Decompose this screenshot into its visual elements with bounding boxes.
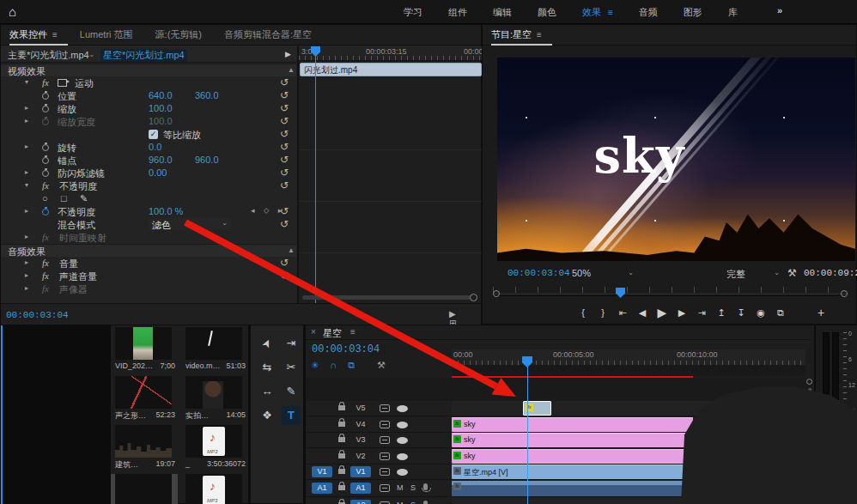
timeline-ruler[interactable]: 00:0000:00:05:0000:00:10:00 (452, 349, 805, 365)
mini-timeline-toggle-icon[interactable]: ▶ (285, 50, 291, 58)
settings-wrench-icon[interactable]: ⚒ (787, 267, 797, 279)
home-icon[interactable]: ⌂ (9, 4, 16, 19)
track-header-A2[interactable]: A2MS (306, 498, 450, 504)
param-value[interactable]: 100.0 (149, 116, 173, 126)
export-frame-button[interactable]: ◉ (756, 307, 766, 319)
reset-parameter-icon[interactable]: ↺ (280, 89, 289, 101)
reset-parameter-icon[interactable]: ↺ (280, 167, 289, 179)
zoom-level-select[interactable]: 50%⌄ (572, 268, 634, 278)
effect-row-位置[interactable]: 位置640.0360.0↺ (1, 89, 296, 102)
track-target-V2[interactable]: V2 (350, 451, 371, 462)
twirl-closed-icon[interactable]: ▸ (25, 117, 28, 124)
tab-sequence[interactable]: 星空 (323, 327, 342, 340)
sync-lock-icon[interactable] (380, 468, 390, 476)
track-header-V4[interactable]: V4 (306, 417, 450, 433)
effect-row-混合模式[interactable]: 混合模式滤色⌄↺ (1, 218, 296, 231)
voiceover-mic-icon[interactable] (423, 501, 428, 504)
lock-icon[interactable] (338, 453, 345, 458)
sequence-clip-label[interactable]: 星空*闪光划过.mp4 (100, 49, 187, 62)
collapse-caret-icon[interactable]: ▲ (288, 246, 295, 254)
playback-resolution-select[interactable]: 完整⌄ (726, 268, 780, 281)
toggle-track-output-eye-icon[interactable] (397, 422, 408, 428)
tab-Lumetri 范围[interactable]: Lumetri 范围 (80, 28, 133, 41)
tab-效果控件[interactable]: 效果控件≡ (9, 28, 58, 41)
reset-parameter-icon[interactable]: ↺ (280, 102, 289, 114)
effect-row-防闪烁滤镜[interactable]: ▸防闪烁滤镜0.00↺ (1, 167, 296, 179)
track-target-V4[interactable]: V4 (350, 419, 371, 430)
program-timecode[interactable]: 00:00:03:04 (508, 268, 570, 278)
stopwatch-icon[interactable] (42, 144, 49, 151)
solo-button[interactable]: S (410, 483, 416, 492)
param-value[interactable]: 360.0 (195, 90, 219, 100)
reset-parameter-icon[interactable]: ↺ (280, 270, 289, 282)
param-value[interactable]: 0.00 (149, 167, 167, 178)
uniform-scale-checkbox[interactable]: ✓ (149, 130, 158, 139)
param-value[interactable]: 100.0 % (149, 206, 183, 216)
project-item-实拍…[interactable]: 实拍…14:05 (181, 376, 248, 422)
program-playhead[interactable] (616, 288, 625, 298)
stopwatch-icon[interactable] (42, 118, 49, 125)
lock-icon[interactable] (338, 485, 345, 490)
mute-button[interactable]: M (397, 483, 404, 492)
lock-icon[interactable] (338, 405, 345, 410)
menu-item-库[interactable]: 库 (728, 6, 738, 19)
twirl-closed-icon[interactable]: ▸ (25, 271, 28, 279)
mark-in-button[interactable]: { (578, 307, 588, 318)
effect-row-锚点[interactable]: 锚点960.0960.0↺ (1, 154, 296, 167)
project-item-_[interactable]: _3:50:36072 (181, 425, 248, 468)
clip-星空.mp4 [V][interactable]: fx星空.mp4 [V] (452, 465, 693, 479)
twirl-closed-icon[interactable]: ▸ (25, 168, 28, 176)
clip-sky[interactable]: fxsky (452, 449, 693, 464)
selection-tool[interactable]: ➤ (254, 331, 279, 355)
reset-parameter-icon[interactable]: ↺ (280, 128, 289, 140)
lift-button[interactable]: ↥ (716, 307, 726, 319)
type-tool[interactable]: T (282, 406, 301, 425)
track-target-V5[interactable]: V5 (350, 403, 371, 414)
project-item-建筑…[interactable]: 建筑…19:07 (111, 425, 178, 471)
toggle-track-output-eye-icon[interactable] (397, 405, 408, 412)
reset-parameter-icon[interactable]: ↺ (280, 76, 289, 88)
track-target-V3[interactable]: V3 (350, 434, 371, 446)
mini-timeline-ruler[interactable]: 3:0000:00:03:1500:00:04: (299, 46, 483, 61)
ripple-edit-tool[interactable]: ⇆ (258, 358, 277, 377)
track-header-A1[interactable]: A1A1MS (306, 481, 450, 497)
panel-menu-icon[interactable]: ≡ (350, 327, 356, 337)
play-button[interactable]: ▶ (657, 306, 667, 319)
menu-item-学习[interactable]: 学习 (404, 6, 422, 19)
effect-controls-timecode[interactable]: 00:00:03:04 (6, 310, 69, 320)
effect-row-时间重映射[interactable]: ▸fx时间重映射 (1, 231, 296, 244)
clip-sky[interactable]: fxsky (452, 417, 693, 432)
mark-out-button[interactable]: } (598, 307, 608, 318)
toggle-track-output-eye-icon[interactable] (397, 437, 408, 444)
collapse-caret-icon[interactable]: ▲ (288, 66, 295, 74)
timeline-settings-wrench-icon[interactable]: ⚒ (377, 360, 386, 371)
track-select-forward-tool[interactable]: ⇥ (282, 334, 301, 353)
reset-parameter-icon[interactable]: ↺ (280, 257, 289, 269)
compare-view-button[interactable]: ⧉ (775, 307, 786, 319)
twirl-open-icon[interactable]: ▾ (25, 78, 28, 86)
razor-tool[interactable]: ✂ (282, 358, 301, 377)
param-value[interactable]: 640.0 (149, 90, 173, 100)
tab-program[interactable]: 节目:星空≡ (491, 28, 542, 41)
linked-selection-icon[interactable]: ⧉ (348, 360, 355, 371)
clip-sky[interactable]: fxsky (452, 433, 693, 447)
source-patch-A1[interactable]: A1 (312, 483, 332, 494)
sync-lock-icon[interactable] (380, 421, 390, 428)
chevron-down-icon[interactable]: ⌄ (88, 50, 95, 58)
lock-icon[interactable] (338, 469, 345, 474)
stopwatch-icon[interactable] (42, 106, 49, 112)
storm-thumbnail[interactable] (185, 327, 242, 360)
effect-row-不透明度[interactable]: ▾fx不透明度↺ (1, 179, 296, 192)
menu-item-编辑[interactable]: 编辑 (493, 6, 512, 19)
menu-item-颜色[interactable]: 颜色 (538, 6, 556, 19)
map-thumbnail[interactable] (115, 376, 172, 409)
effect-controls-mini-timeline[interactable]: 3:0000:00:03:1500:00:04: 闪光划过.mp4 (297, 46, 481, 303)
twirl-closed-icon[interactable]: ▸ (25, 233, 28, 240)
param-value[interactable]: 100.0 (149, 103, 173, 113)
mini-timeline-clip[interactable]: 闪光划过.mp4 (300, 63, 482, 76)
track-target-A1[interactable]: A1 (350, 483, 371, 494)
black-thumbnail[interactable] (115, 474, 172, 504)
reset-parameter-icon[interactable]: ↺ (280, 218, 289, 230)
program-video-frame[interactable]: sky (497, 58, 855, 261)
track-target-A2[interactable]: A2 (350, 500, 371, 504)
